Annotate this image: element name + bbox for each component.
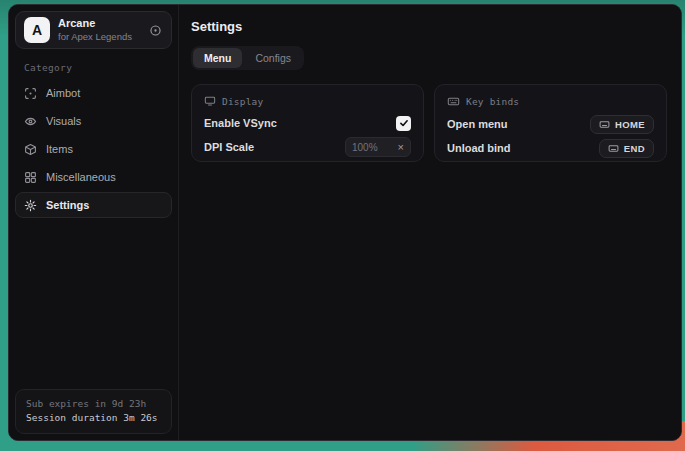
settings-cards: Display Enable VSync DPI Scale 100% × (191, 84, 667, 162)
sidebar-item-settings[interactable]: Settings (15, 192, 172, 218)
sidebar-item-items[interactable]: Items (15, 136, 172, 162)
open-menu-row: Open menu HOME (447, 116, 654, 132)
session-duration-text: Session duration 3m 26s (26, 411, 161, 425)
keyboard-icon (447, 95, 460, 108)
sidebar-item-label: Visuals (46, 115, 81, 127)
crosshair-icon (24, 87, 37, 100)
sidebar: A Arcane for Apex Legends Category (9, 5, 179, 440)
tab-group: Menu Configs (191, 46, 304, 70)
sub-expires-text: Sub expires in 9d 23h (26, 397, 161, 411)
dpi-scale-input[interactable]: 100% × (345, 137, 411, 157)
sidebar-item-label: Items (46, 143, 73, 155)
app-window: A Arcane for Apex Legends Category (8, 4, 682, 441)
sidebar-item-visuals[interactable]: Visuals (15, 108, 172, 134)
sidebar-item-label: Settings (46, 199, 89, 211)
page-title: Settings (191, 19, 667, 34)
open-menu-keybind-button[interactable]: HOME (590, 115, 654, 134)
unload-key: END (624, 143, 645, 154)
subscription-info-card: Sub expires in 9d 23h Session duration 3… (15, 389, 172, 434)
app-name: Arcane (58, 17, 132, 31)
grid-icon (24, 171, 37, 184)
eye-icon (24, 115, 37, 128)
main-panel: Settings Menu Configs Display E (179, 5, 681, 440)
keybinds-card: Key binds Open menu HOME Unload bind (434, 84, 667, 162)
app-logo: A (24, 17, 50, 43)
keybinds-card-title: Key binds (466, 96, 519, 107)
keybinds-card-header: Key binds (447, 95, 654, 108)
keyboard-icon (608, 143, 619, 154)
app-subtitle: for Apex Legends (58, 31, 132, 43)
sidebar-item-label: Miscellaneous (46, 171, 116, 183)
dpi-scale-value: 100% (352, 142, 378, 153)
monitor-icon (204, 95, 216, 107)
vsync-label: Enable VSync (204, 117, 277, 129)
box-icon (24, 143, 37, 156)
open-menu-key: HOME (615, 119, 645, 130)
open-menu-label: Open menu (447, 118, 508, 130)
unload-bind-label: Unload bind (447, 142, 511, 154)
sidebar-item-aimbot[interactable]: Aimbot (15, 80, 172, 106)
vsync-row: Enable VSync (204, 115, 411, 131)
gear-icon (24, 199, 37, 212)
sidebar-item-miscellaneous[interactable]: Miscellaneous (15, 164, 172, 190)
tab-configs[interactable]: Configs (244, 48, 302, 68)
unload-keybind-button[interactable]: END (599, 139, 654, 158)
display-card-header: Display (204, 95, 411, 107)
clear-icon[interactable]: × (398, 142, 404, 153)
dpi-label: DPI Scale (204, 141, 254, 153)
unload-bind-row: Unload bind END (447, 140, 654, 156)
tab-menu[interactable]: Menu (193, 48, 242, 68)
brand-text: Arcane for Apex Legends (58, 17, 132, 43)
sidebar-item-label: Aimbot (46, 87, 80, 99)
display-card: Display Enable VSync DPI Scale 100% × (191, 84, 424, 162)
dpi-row: DPI Scale 100% × (204, 139, 411, 155)
category-label: Category (24, 62, 172, 73)
display-card-title: Display (222, 96, 263, 107)
brand-card: A Arcane for Apex Legends (15, 11, 172, 49)
scope-icon[interactable] (149, 24, 162, 37)
keyboard-icon (599, 119, 610, 130)
vsync-checkbox[interactable] (396, 116, 411, 131)
